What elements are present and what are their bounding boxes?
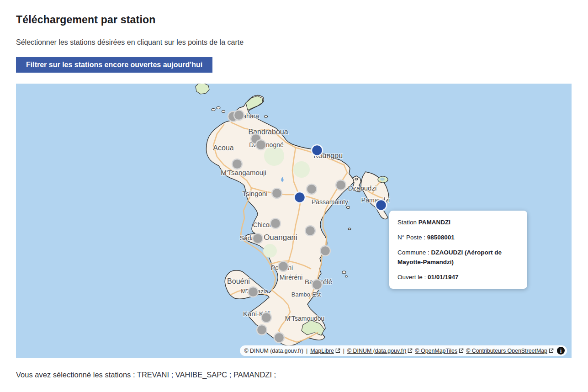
filter-open-stations-button[interactable]: Filtrer sur les stations encore ouvertes… (16, 57, 212, 73)
instructions-text: Sélectionner les stations désirées en cl… (16, 38, 572, 47)
openstreetmap-link-label: © Contributeurs OpenStreetMap (466, 348, 547, 354)
station-marker[interactable] (234, 110, 244, 120)
map-place-label: Bouéni (227, 277, 250, 285)
page-title: Téléchargement par station (16, 14, 572, 26)
station-marker[interactable] (272, 188, 282, 198)
station-marker[interactable] (257, 325, 267, 335)
openmaptiles-link[interactable]: © OpenMapTiles (415, 348, 464, 354)
station-marker[interactable] (312, 280, 322, 290)
station-marker-selected[interactable] (376, 200, 387, 211)
station-marker[interactable] (307, 184, 317, 194)
map-place-label: Ouangani (264, 233, 297, 242)
tooltip-station-row: Station PAMANDZI (397, 218, 519, 228)
info-icon-glyph: i (560, 348, 562, 354)
station-marker[interactable] (253, 233, 263, 244)
forest-patch (263, 244, 277, 258)
openstreetmap-link[interactable]: © Contributeurs OpenStreetMap (466, 348, 554, 354)
map-place-label: Miréréni (280, 274, 303, 281)
external-link-icon (335, 348, 340, 353)
station-marker[interactable] (248, 287, 258, 297)
selected-stations-list: TREVANI ; VAHIBE_SAPC ; PAMANDZI ; (137, 371, 276, 379)
maplibre-link-label: MapLibre (310, 348, 334, 354)
station-map[interactable]: M'TsaharaBandrabouaDzoumognéAcouaKoungou… (16, 84, 572, 358)
external-link-icon (459, 348, 464, 353)
selected-stations-text: Vous avez sélectionné les stations : TRE… (16, 371, 572, 379)
tooltip-poste-label: N° Poste : (397, 234, 425, 241)
map-place-label: Tsingoni (242, 190, 267, 197)
small-islet (342, 271, 346, 274)
small-islet (222, 111, 225, 113)
map-attribution: © DINUM (data.gouv.fr) | MapLibre | © DI… (240, 345, 567, 356)
tooltip-station-label: Station (397, 219, 417, 226)
dinum-link-label: © DINUM (data.gouv.fr) (347, 348, 406, 354)
small-islet (265, 116, 268, 117)
openmaptiles-link-label: © OpenMapTiles (415, 348, 457, 354)
station-tooltip: Station PAMANDZI N° Poste : 98508001 Com… (389, 211, 527, 289)
tooltip-commune-row: Commune : DZAOUDZI (Aéroport de Mayotte-… (397, 248, 519, 267)
tooltip-commune-label: Commune : (397, 249, 429, 256)
station-marker[interactable] (336, 180, 346, 190)
dziani-crater-lake (380, 178, 385, 181)
attribution-separator: | (343, 348, 344, 354)
tooltip-poste-value: 98508001 (427, 234, 455, 241)
station-marker[interactable] (270, 218, 281, 228)
external-link-icon (408, 348, 413, 353)
small-islet (212, 109, 215, 111)
tooltip-open-row: Ouvert le : 01/01/1947 (397, 273, 519, 282)
download-by-station-section: Téléchargement par station Sélectionner … (0, 0, 588, 379)
station-marker[interactable] (320, 246, 330, 256)
small-islet (347, 207, 350, 209)
maplibre-link[interactable]: MapLibre (310, 348, 340, 354)
selected-stations-prefix: Vous avez sélectionné les stations : (16, 371, 135, 379)
external-link-icon (549, 348, 554, 353)
tooltip-open-value: 01/01/1947 (428, 274, 459, 281)
map-place-label: Bambo-Est (291, 291, 321, 298)
tooltip-station-name: PAMANDZI (418, 219, 450, 226)
map-place-label: Passamainty (312, 198, 348, 206)
dinum-link[interactable]: © DINUM (data.gouv.fr) (347, 348, 413, 354)
small-islet (345, 275, 347, 277)
station-marker[interactable] (305, 226, 315, 236)
map-place-label: M'Tsamoudou (285, 315, 325, 322)
station-marker[interactable] (274, 333, 284, 343)
map-place-label: Dzaoudzi (348, 184, 377, 192)
station-marker[interactable] (232, 159, 242, 169)
small-islet (348, 228, 351, 230)
attribution-prefix: © DINUM (data.gouv.fr) (244, 348, 303, 354)
forest-patch (293, 161, 310, 178)
tooltip-poste-row: N° Poste : 98508001 (397, 233, 519, 243)
station-marker-selected[interactable] (294, 192, 305, 203)
info-icon[interactable]: i (557, 347, 565, 355)
station-marker-selected[interactable] (312, 145, 323, 156)
station-marker[interactable] (261, 313, 271, 323)
station-marker[interactable] (278, 261, 288, 271)
map-place-label: M'Tsangamouji (221, 169, 266, 176)
station-marker[interactable] (256, 140, 266, 150)
map-place-label: Acoua (213, 144, 233, 152)
tooltip-open-label: Ouvert le : (397, 274, 426, 281)
small-islet (217, 107, 220, 109)
forest-patch (264, 146, 284, 166)
attribution-separator: | (306, 348, 307, 354)
small-islet (355, 178, 358, 180)
